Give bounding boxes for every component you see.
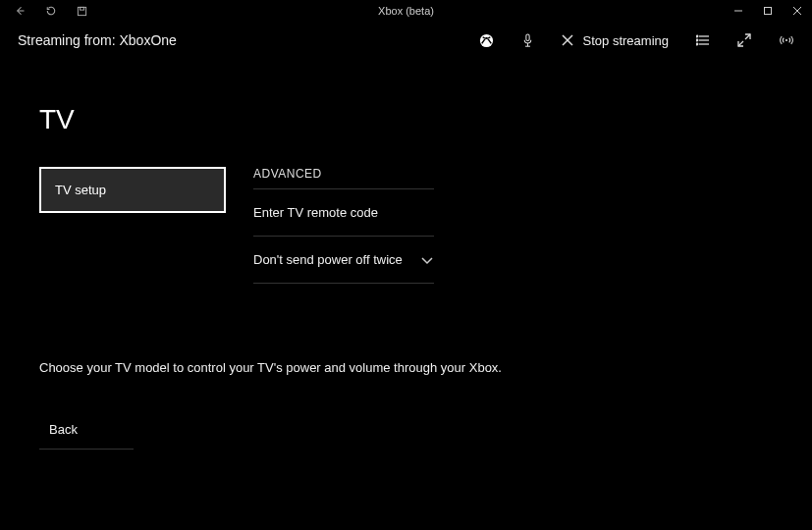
refresh-icon[interactable]: [45, 5, 57, 17]
page-title: TV: [39, 104, 773, 135]
svg-point-15: [696, 35, 698, 37]
svg-rect-7: [525, 34, 528, 41]
microphone-icon[interactable]: [521, 33, 534, 48]
close-button[interactable]: [783, 0, 812, 22]
stop-streaming-button[interactable]: Stop streaming: [562, 33, 669, 48]
svg-rect-1: [80, 7, 83, 10]
xbox-logo-icon[interactable]: [479, 33, 494, 48]
minimize-button[interactable]: [724, 0, 753, 22]
save-icon[interactable]: [77, 6, 87, 17]
stop-streaming-label: Stop streaming: [583, 33, 669, 48]
svg-line-18: [745, 34, 750, 39]
svg-rect-0: [78, 7, 85, 15]
tv-setup-label: TV setup: [55, 183, 106, 197]
enter-remote-code-row[interactable]: Enter TV remote code: [253, 189, 434, 237]
svg-point-6: [480, 33, 493, 46]
chevron-down-icon: [420, 255, 434, 265]
list-icon[interactable]: [696, 34, 710, 46]
svg-point-16: [696, 39, 698, 41]
tv-setup-button[interactable]: TV setup: [39, 167, 226, 213]
svg-point-17: [696, 43, 698, 45]
power-off-dropdown[interactable]: Don't send power off twice: [253, 237, 434, 284]
back-button[interactable]: Back: [39, 412, 134, 450]
svg-rect-3: [765, 8, 772, 15]
window-titlebar: Xbox (beta): [0, 0, 812, 22]
back-icon[interactable]: [14, 5, 26, 17]
streaming-toolbar: Streaming from: XboxOne Stop streaming: [0, 22, 812, 59]
svg-line-19: [738, 41, 743, 46]
back-label: Back: [49, 422, 78, 437]
fullscreen-icon[interactable]: [737, 33, 751, 47]
maximize-button[interactable]: [753, 0, 783, 22]
enter-remote-code-label: Enter TV remote code: [253, 205, 378, 220]
streaming-from-label: Streaming from: XboxOne: [18, 32, 177, 48]
help-text: Choose your TV model to control your TV'…: [39, 360, 502, 375]
window-title: Xbox (beta): [378, 5, 434, 17]
close-icon: [562, 34, 573, 46]
power-off-label: Don't send power off twice: [253, 252, 403, 267]
broadcast-icon[interactable]: [779, 34, 794, 46]
advanced-heading: ADVANCED: [253, 167, 434, 189]
svg-point-20: [785, 39, 787, 41]
